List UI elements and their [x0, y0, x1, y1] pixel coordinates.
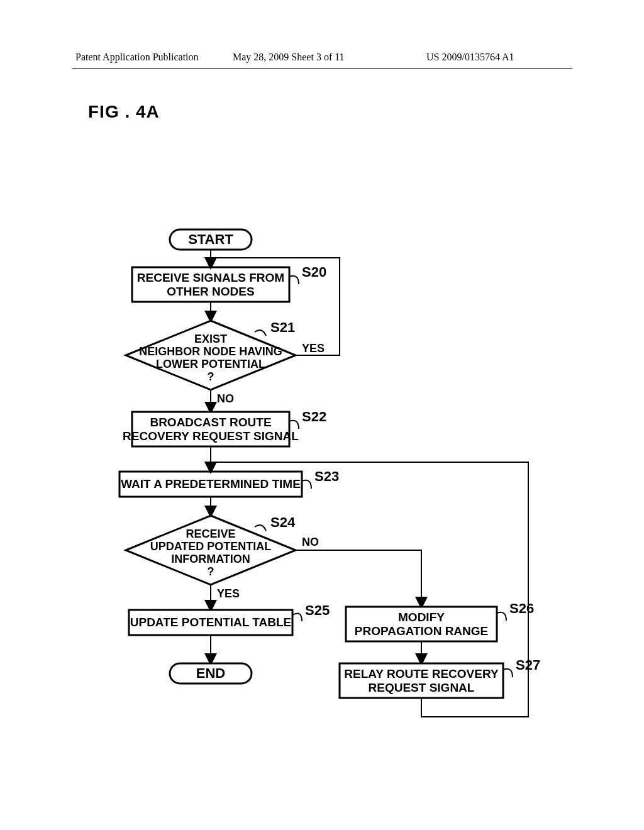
node-end: END: [170, 663, 252, 683]
node-start: START: [170, 230, 252, 250]
node-s23: WAIT A PREDETERMINED TIME: [119, 472, 302, 497]
svg-text:MODIFY: MODIFY: [398, 611, 445, 624]
header-right: US 2009/0135764 A1: [426, 52, 514, 63]
svg-text:REQUEST SIGNAL: REQUEST SIGNAL: [369, 681, 475, 694]
svg-text:END: END: [196, 665, 225, 681]
flowchart: START RECEIVE SIGNALS FROM OTHER NODES S…: [107, 226, 541, 761]
svg-text:UPDATE POTENTIAL TABLE: UPDATE POTENTIAL TABLE: [130, 616, 292, 629]
branch-s21-no: NO: [217, 392, 234, 405]
branch-s21-yes: YES: [302, 342, 325, 355]
branch-s24-yes: YES: [217, 587, 240, 600]
svg-text:INFORMATION: INFORMATION: [171, 553, 250, 565]
svg-text:OTHER NODES: OTHER NODES: [167, 285, 254, 298]
svg-text:EXIST: EXIST: [194, 333, 227, 345]
label-s24: S24: [270, 514, 296, 530]
svg-text:LOWER POTENTIAL: LOWER POTENTIAL: [156, 358, 265, 370]
node-s20: RECEIVE SIGNALS FROM OTHER NODES: [132, 267, 289, 302]
label-s26: S26: [509, 600, 534, 616]
header-rule: [72, 68, 572, 69]
svg-text:WAIT A PREDETERMINED TIME: WAIT A PREDETERMINED TIME: [121, 477, 301, 490]
svg-text:BROADCAST ROUTE: BROADCAST ROUTE: [150, 416, 271, 429]
svg-text:RECEIVE: RECEIVE: [186, 528, 235, 540]
node-s27: RELAY ROUTE RECOVERY REQUEST SIGNAL: [340, 663, 503, 698]
svg-text:PROPAGATION RANGE: PROPAGATION RANGE: [355, 624, 489, 638]
label-s20: S20: [302, 264, 326, 280]
figure-label: FIG . 4A: [88, 102, 160, 122]
label-s25: S25: [305, 602, 330, 618]
svg-text:RECEIVE SIGNALS FROM: RECEIVE SIGNALS FROM: [137, 271, 284, 284]
node-s26: MODIFY PROPAGATION RANGE: [346, 607, 497, 641]
header-left: Patent Application Publication: [75, 52, 199, 63]
svg-text:RELAY ROUTE RECOVERY: RELAY ROUTE RECOVERY: [344, 667, 499, 680]
label-s22: S22: [302, 409, 326, 424]
label-s21: S21: [270, 319, 295, 335]
label-s23: S23: [314, 468, 339, 484]
header-mid: May 28, 2009 Sheet 3 of 11: [233, 52, 345, 63]
svg-text:UPDATED POTENTIAL: UPDATED POTENTIAL: [150, 540, 272, 553]
branch-s24-no: NO: [302, 536, 319, 548]
node-s25: UPDATE POTENTIAL TABLE: [129, 610, 292, 635]
svg-text:START: START: [188, 231, 233, 247]
svg-text:RECOVERY REQUEST SIGNAL: RECOVERY REQUEST SIGNAL: [123, 429, 299, 443]
svg-text:?: ?: [208, 370, 214, 383]
svg-text:?: ?: [208, 565, 214, 578]
svg-text:NEIGHBOR NODE HAVING: NEIGHBOR NODE HAVING: [139, 345, 282, 358]
node-s22: BROADCAST ROUTE RECOVERY REQUEST SIGNAL: [123, 412, 299, 446]
